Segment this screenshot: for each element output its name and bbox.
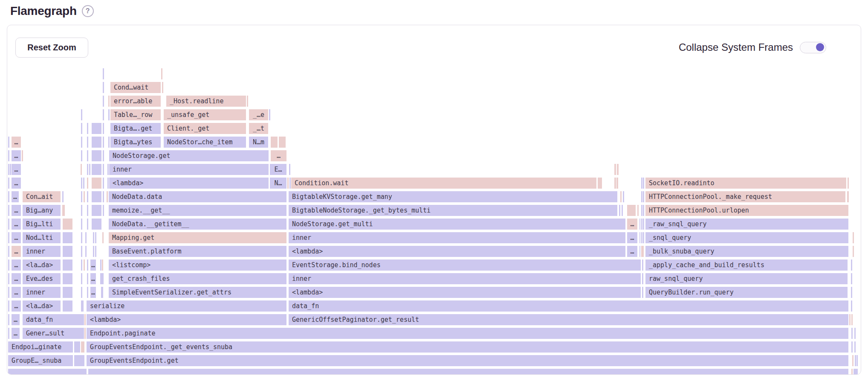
flame-frame[interactable] xyxy=(103,96,104,107)
flame-frame[interactable] xyxy=(108,96,110,107)
flame-frame[interactable] xyxy=(88,369,848,374)
flame-frame[interactable] xyxy=(92,123,101,134)
flame-frame[interactable] xyxy=(617,164,619,175)
flame-frame[interactable]: _unsafe_get xyxy=(164,109,246,120)
flame-frame[interactable]: serialize xyxy=(87,300,286,312)
flame-frame[interactable]: inner xyxy=(109,164,269,175)
flame-frame[interactable]: … xyxy=(12,164,21,175)
flame-frame[interactable]: … xyxy=(12,150,21,161)
flame-frame[interactable] xyxy=(269,109,270,120)
flame-frame[interactable]: error…able xyxy=(110,96,161,107)
flame-frame[interactable] xyxy=(63,219,72,230)
flame-frame[interactable]: Client._get xyxy=(164,123,246,134)
flame-frame[interactable] xyxy=(100,259,101,271)
flame-frame[interactable] xyxy=(74,341,80,353)
flame-frame[interactable]: NodeStor…che_item xyxy=(164,137,246,148)
flame-frame[interactable] xyxy=(8,178,9,189)
flame-frame[interactable] xyxy=(8,287,9,298)
flame-frame[interactable] xyxy=(639,232,640,243)
flame-frame[interactable]: _Host.readline xyxy=(166,96,246,107)
flame-frame[interactable]: NodeStorage.get xyxy=(109,150,269,161)
flame-frame[interactable] xyxy=(107,191,108,202)
flame-frame[interactable] xyxy=(641,219,642,230)
flame-frame[interactable] xyxy=(851,369,853,374)
flame-frame[interactable] xyxy=(619,205,620,216)
flame-frame[interactable] xyxy=(102,232,104,243)
flame-frame[interactable] xyxy=(62,205,65,216)
flame-frame[interactable]: … xyxy=(12,205,21,216)
flame-frame[interactable] xyxy=(8,259,9,271)
flame-frame[interactable] xyxy=(103,137,104,148)
flame-frame[interactable] xyxy=(87,150,88,161)
flame-frame[interactable] xyxy=(643,232,644,243)
flame-frame[interactable] xyxy=(84,191,85,202)
flame-frame[interactable] xyxy=(851,259,852,271)
flame-frame[interactable]: … xyxy=(271,150,286,161)
flame-frame[interactable]: … xyxy=(90,287,96,298)
flame-frame[interactable] xyxy=(851,314,853,325)
flame-frame[interactable]: … xyxy=(627,232,637,243)
flame-frame[interactable] xyxy=(851,328,853,339)
flame-frame[interactable] xyxy=(63,259,72,271)
flame-frame[interactable] xyxy=(93,232,94,243)
flame-frame[interactable]: BigtableKVStorage.get_many xyxy=(289,191,617,202)
flame-frame[interactable] xyxy=(85,232,87,243)
flame-frame[interactable]: … xyxy=(12,219,21,230)
flame-frame[interactable] xyxy=(641,205,642,216)
flame-frame[interactable] xyxy=(63,232,72,243)
flame-frame[interactable] xyxy=(81,178,82,189)
flame-frame[interactable]: Mapping.get xyxy=(109,232,286,243)
flame-frame[interactable] xyxy=(92,191,101,202)
flame-frame[interactable]: Table…_row xyxy=(110,109,161,120)
flame-frame[interactable] xyxy=(247,96,248,107)
flame-frame[interactable]: … xyxy=(12,259,21,271)
flame-frame[interactable] xyxy=(108,109,110,120)
flame-frame[interactable] xyxy=(103,68,104,79)
flame-frame[interactable] xyxy=(92,137,101,148)
flame-frame[interactable] xyxy=(639,219,640,230)
flame-frame[interactable] xyxy=(8,164,9,175)
flame-frame[interactable] xyxy=(74,355,84,366)
flame-frame[interactable] xyxy=(642,273,643,284)
flame-frame[interactable] xyxy=(642,259,643,271)
flame-frame[interactable]: _bulk_snuba_query xyxy=(645,246,848,257)
flame-frame[interactable] xyxy=(622,205,623,216)
flame-frame[interactable]: NodeStorage.get_multi xyxy=(289,219,625,230)
flame-frame[interactable] xyxy=(103,82,104,93)
flame-frame[interactable] xyxy=(87,287,88,298)
flame-frame[interactable] xyxy=(87,178,88,189)
flame-frame[interactable] xyxy=(87,191,88,202)
flame-frame[interactable]: Big…any xyxy=(23,205,61,216)
flame-frame[interactable]: Endpoi…ginate xyxy=(8,341,73,353)
flame-frame[interactable] xyxy=(92,178,101,189)
flame-frame[interactable]: data_fn xyxy=(23,314,84,325)
flame-frame[interactable] xyxy=(287,178,289,189)
flame-frame[interactable] xyxy=(643,178,644,189)
flame-frame[interactable] xyxy=(852,355,854,366)
flame-frame[interactable] xyxy=(103,178,104,189)
flame-frame[interactable]: … xyxy=(12,273,21,284)
flame-frame[interactable] xyxy=(81,109,82,120)
flame-frame[interactable] xyxy=(851,287,852,298)
flame-frame[interactable] xyxy=(81,273,82,284)
flame-frame[interactable] xyxy=(851,273,852,284)
flame-frame[interactable] xyxy=(8,219,9,230)
flame-frame[interactable] xyxy=(63,300,72,312)
flame-frame[interactable]: N… xyxy=(270,178,286,189)
flame-frame[interactable] xyxy=(63,287,72,298)
flame-frame[interactable] xyxy=(8,314,9,325)
flame-frame[interactable] xyxy=(87,259,88,271)
flame-frame[interactable]: Bigta…ytes xyxy=(110,137,161,148)
flame-frame[interactable] xyxy=(87,205,88,216)
flame-frame[interactable] xyxy=(614,178,616,189)
flame-frame[interactable]: … xyxy=(12,328,20,339)
flame-frame[interactable] xyxy=(853,246,854,257)
flame-frame[interactable]: HTTPConnectionPool._make_request xyxy=(645,191,845,202)
flame-frame[interactable]: … xyxy=(627,219,637,230)
flame-frame[interactable] xyxy=(637,205,639,216)
flame-frame[interactable]: <lambda> xyxy=(87,314,286,325)
flame-frame[interactable]: HTTPConnectionPool.urlopen xyxy=(645,205,848,216)
flame-frame[interactable]: <la…da> xyxy=(23,259,61,271)
flame-frame[interactable] xyxy=(63,246,72,257)
flame-frame[interactable] xyxy=(103,191,104,202)
